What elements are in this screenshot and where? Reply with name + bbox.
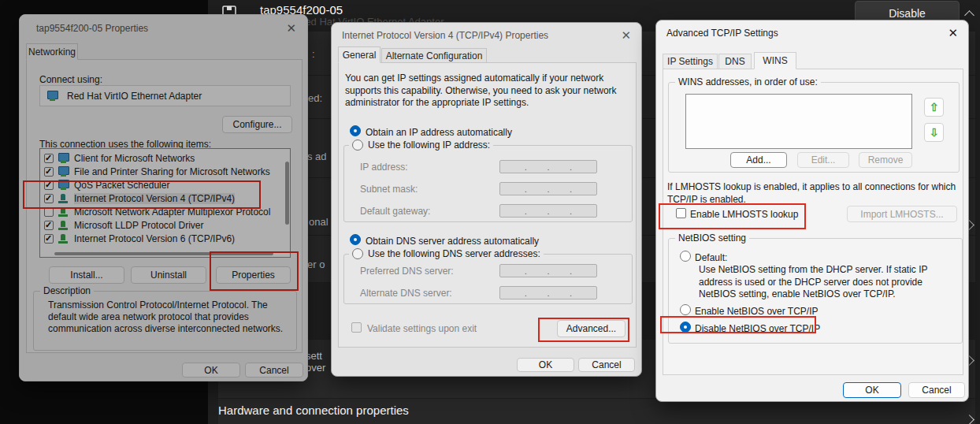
tab-dns[interactable]: DNS [718,54,752,69]
item-label: Microsoft Network Adapter Multiplexor Pr… [74,206,270,218]
list-item[interactable]: ✓ File and Printer Sharing for Microsoft… [40,165,290,178]
ok-button[interactable]: OK [517,358,574,372]
close-icon[interactable]: ✕ [286,22,296,34]
background-text-fragment: s ad [307,151,327,162]
tab-general[interactable]: General [338,46,380,63]
list-item[interactable]: ✓ Internet Protocol Version 6 (TCP/IPv6) [40,232,290,245]
ip-address-label: IP address: [360,162,407,173]
file-sharing-icon [58,166,70,177]
radio-enable-netbios[interactable] [680,304,691,315]
list-item[interactable]: ✓ Client for Microsoft Networks [40,151,290,165]
use-dns-group: Use the following DNS server addresses: … [343,254,633,304]
tab-alternate-configuration[interactable]: Alternate Configuration [381,48,487,63]
list-item[interactable]: ✓ QoS Packet Scheduler [40,178,290,192]
ok-button[interactable]: OK [182,363,240,378]
item-label: File and Printer Sharing for Microsoft N… [74,166,270,177]
horizontal-scrollbar[interactable] [54,252,273,255]
item-label: Microsoft LLDP Protocol Driver [74,220,204,231]
tab-networking[interactable]: Networking [26,43,78,60]
adapter-name-box: Red Hat VirtIO Ethernet Adapter [39,85,291,106]
subnet-mask-input[interactable]: ... [499,182,597,195]
qos-icon [58,180,70,190]
radio-use-ip[interactable] [352,139,363,151]
checkbox-checked[interactable]: ✓ [44,180,54,190]
remove-button[interactable]: Remove [859,152,912,168]
list-item[interactable]: Microsoft Network Adapter Multiplexor Pr… [40,205,290,218]
dialog-title: Internet Protocol Version 4 (TCP/IPv4) P… [342,30,548,41]
vertical-scrollbar[interactable] [285,162,289,225]
tab-label: General [343,50,377,61]
install-button[interactable]: Install... [49,266,124,284]
ok-button[interactable]: OK [843,382,901,398]
advanced-button[interactable]: Advanced... [557,320,625,337]
protocol-icon [58,206,70,217]
move-down-button[interactable]: ⇩ [924,123,944,142]
radio-netbios-default[interactable] [680,251,691,262]
checkbox-checked[interactable]: ✓ [44,167,54,177]
description-group: Description Transmission Control Protoco… [33,291,297,351]
preferred-dns-input[interactable]: ... [499,264,597,277]
tab-wins[interactable]: WINS [754,52,796,69]
close-icon[interactable]: ✕ [621,29,631,41]
description-text: Transmission Control Protocol/Internet P… [34,292,296,335]
netbios-setting-group: NetBIOS setting Default: Use NetBIOS set… [668,238,963,344]
import-lmhosts-button[interactable]: Import LMHOSTS... [847,206,957,222]
item-label: Internet Protocol Version 4 (TCP/IPv4) [74,193,235,204]
adapter-name: Red Hat VirtIO Ethernet Adapter [67,91,202,102]
checkbox-checked[interactable]: ✓ [44,154,54,163]
configure-button[interactable]: Configure... [222,116,292,133]
network-adapter-icon [46,91,59,101]
chevron-right-icon[interactable] [966,415,973,424]
hardware-properties-link[interactable]: Hardware and connection properties [218,404,409,417]
list-item[interactable]: ✓ Microsoft LLDP Protocol Driver [40,218,290,232]
radio-disable-netbios-label: Disable NetBIOS over TCP/IP [695,323,820,334]
background-text-fragment: : [312,48,315,60]
connection-items-list[interactable]: ✓ Client for Microsoft Networks ✓ File a… [39,148,291,258]
radio-use-dns[interactable] [352,248,363,259]
chevron-up-icon[interactable] [966,10,973,21]
radio-disable-netbios[interactable] [680,322,691,333]
radio-obtain-dns[interactable] [350,234,361,245]
dialog-title: tap9554f200-05 Properties [36,23,148,34]
tab-label: DNS [725,56,744,67]
background-text-fragment: onal [309,216,329,228]
uninstall-button[interactable]: Uninstall [131,266,206,284]
screen: tap9554f200-05 Red Hat VirtIO Ethernet A… [0,0,980,424]
preferred-dns-label: Preferred DNS server: [360,266,454,277]
netbios-group-label: NetBIOS setting [675,232,749,244]
cancel-button[interactable]: Cancel [578,358,635,372]
properties-button[interactable]: Properties [216,266,291,284]
list-item-selected[interactable]: ✓ Internet Protocol Version 4 (TCP/IPv4) [40,192,290,205]
checkbox-checked[interactable]: ✓ [44,234,54,244]
wins-addresses-group: WINS addresses, in order of use: ⇧ ⇩ Add… [668,82,960,173]
checkbox-unchecked[interactable] [44,207,54,217]
radio-obtain-ip[interactable] [350,125,361,136]
radio-use-ip-label: Use the following IP address: [368,139,490,151]
add-button[interactable]: Add... [730,152,787,168]
general-tab-page: You can get IP settings assigned automat… [338,62,637,348]
wins-addresses-list[interactable] [685,94,912,149]
alternate-dns-label: Alternate DNS server: [360,288,452,299]
wins-tab-page: WINS addresses, in order of use: ⇧ ⇩ Add… [663,69,963,375]
tab-ip-settings[interactable]: IP Settings [663,54,718,69]
ip-address-input[interactable]: ... [499,160,597,173]
subnet-mask-label: Subnet mask: [360,184,418,195]
cancel-button[interactable]: Cancel [908,382,965,398]
checkbox-checked[interactable]: ✓ [44,194,54,203]
connect-using-label: Connect using: [39,74,102,85]
move-up-button[interactable]: ⇧ [924,98,944,117]
validate-settings-checkbox[interactable] [351,322,362,333]
validate-settings-label: Validate settings upon exit [367,323,477,334]
enable-lmhosts-label: Enable LMHOSTS lookup [690,209,798,220]
ipv4-properties-dialog: Internet Protocol Version 4 (TCP/IPv4) P… [331,22,642,377]
adapter-properties-dialog: tap9554f200-05 Properties ✕ Networking C… [19,14,308,381]
edit-button[interactable]: Edit... [797,152,849,168]
enable-lmhosts-checkbox[interactable] [676,208,686,218]
default-gateway-input[interactable]: ... [499,204,597,218]
checkbox-checked[interactable]: ✓ [44,221,54,230]
item-label: Internet Protocol Version 6 (TCP/IPv6) [74,233,235,244]
alternate-dns-input[interactable]: ... [499,286,597,299]
close-icon[interactable]: ✕ [948,27,958,39]
radio-obtain-ip-label: Obtain an IP address automatically [366,127,512,138]
cancel-button[interactable]: Cancel [245,363,303,378]
